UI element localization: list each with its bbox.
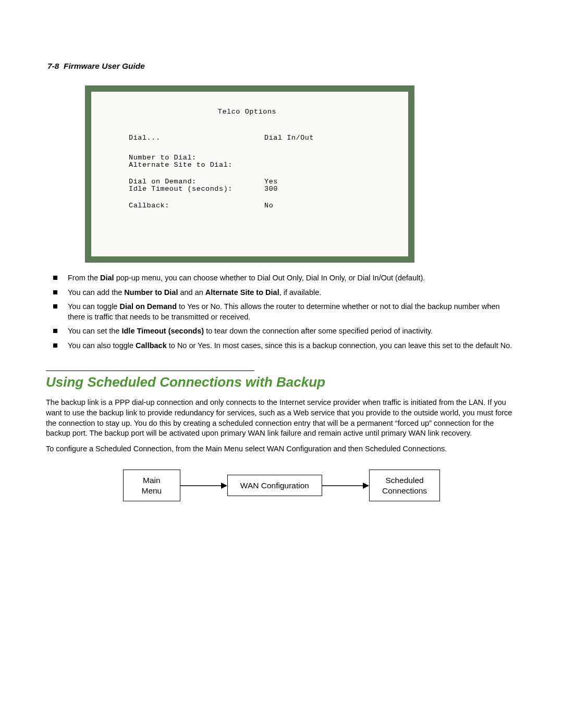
bullet-list: From the Dial pop-up menu, you can choos…	[46, 273, 517, 351]
list-item: From the Dial pop-up menu, you can choos…	[46, 273, 517, 283]
arrow-icon	[322, 480, 369, 491]
section-rule	[46, 371, 254, 371]
flow-box-1-line-2: Menu	[141, 486, 162, 495]
bullet-icon	[53, 329, 57, 333]
terminal-value: No	[264, 202, 273, 209]
terminal-row: Dial on Demand:Yes	[129, 178, 389, 186]
arrow-icon	[180, 480, 227, 491]
terminal-row: Number to Dial:	[129, 154, 389, 162]
section-paragraph-2: To configure a Scheduled Connection, fro…	[46, 444, 517, 454]
terminal-row: Callback:No	[129, 202, 389, 209]
terminal-value: Yes	[264, 178, 278, 186]
list-item-text: From the Dial pop-up menu, you can choos…	[68, 273, 517, 283]
terminal-row: Idle Timeout (seconds):300	[129, 186, 389, 193]
terminal-title: Telco Options	[105, 108, 389, 116]
terminal-screen: Telco Options Dial...Dial In/OutNumber t…	[85, 85, 414, 263]
terminal-value: 300	[264, 186, 278, 193]
svg-marker-1	[221, 483, 227, 489]
list-item-text: You can also toggle Callback to No or Ye…	[68, 341, 517, 351]
list-item-text: You can set the Idle Timeout (seconds) t…	[68, 326, 517, 337]
navigation-flow-diagram: Main Menu WAN Configuration Scheduled Co…	[46, 470, 517, 501]
flow-box-3-line-2: Connections	[382, 486, 427, 495]
bullet-icon	[53, 290, 57, 294]
list-item-text: You can add the Number to Dial and an Al…	[68, 288, 517, 298]
list-item: You can also toggle Callback to No or Ye…	[46, 341, 517, 351]
terminal-label: Number to Dial:	[129, 154, 264, 162]
terminal-label: Alternate Site to Dial:	[129, 162, 264, 169]
flow-box-2-label: WAN Configuration	[240, 481, 309, 490]
svg-marker-3	[363, 483, 369, 489]
gap	[129, 169, 389, 178]
bullet-icon	[53, 304, 57, 309]
gap	[129, 193, 389, 202]
terminal-label: Idle Timeout (seconds):	[129, 186, 264, 193]
document-page: 7-8 Firmware User Guide Telco Options Di…	[0, 0, 563, 728]
list-item: You can set the Idle Timeout (seconds) t…	[46, 326, 517, 337]
section-paragraph-1: The backup link is a PPP dial-up connect…	[46, 398, 517, 438]
gap	[129, 142, 389, 154]
flow-box-main-menu: Main Menu	[123, 470, 180, 501]
flow-box-1-line-1: Main	[143, 476, 161, 485]
list-item: You can toggle Dial on Demand to Yes or …	[46, 302, 517, 322]
page-header: 7-8 Firmware User Guide	[47, 61, 517, 71]
flow-box-3-line-1: Scheduled	[385, 476, 423, 485]
terminal-label: Callback:	[129, 202, 264, 209]
flow-box-wan-configuration: WAN Configuration	[227, 475, 322, 496]
terminal-label: Dial...	[129, 134, 264, 142]
terminal-row: Dial...Dial In/Out	[129, 134, 389, 142]
terminal-value: Dial In/Out	[264, 134, 314, 142]
terminal-screenshot: Telco Options Dial...Dial In/OutNumber t…	[85, 85, 414, 263]
flow-box-scheduled-connections: Scheduled Connections	[369, 470, 440, 501]
section-heading: Using Scheduled Connections with Backup	[46, 374, 517, 390]
terminal-rows: Dial...Dial In/OutNumber to Dial:Alterna…	[129, 134, 389, 209]
list-item-text: You can toggle Dial on Demand to Yes or …	[68, 302, 517, 322]
terminal-row: Alternate Site to Dial:	[129, 162, 389, 169]
page-title: Firmware User Guide	[64, 61, 145, 70]
bullet-icon	[53, 276, 57, 280]
page-number: 7-8	[47, 61, 59, 70]
bullet-icon	[53, 343, 57, 348]
terminal-label: Dial on Demand:	[129, 178, 264, 186]
list-item: You can add the Number to Dial and an Al…	[46, 288, 517, 298]
